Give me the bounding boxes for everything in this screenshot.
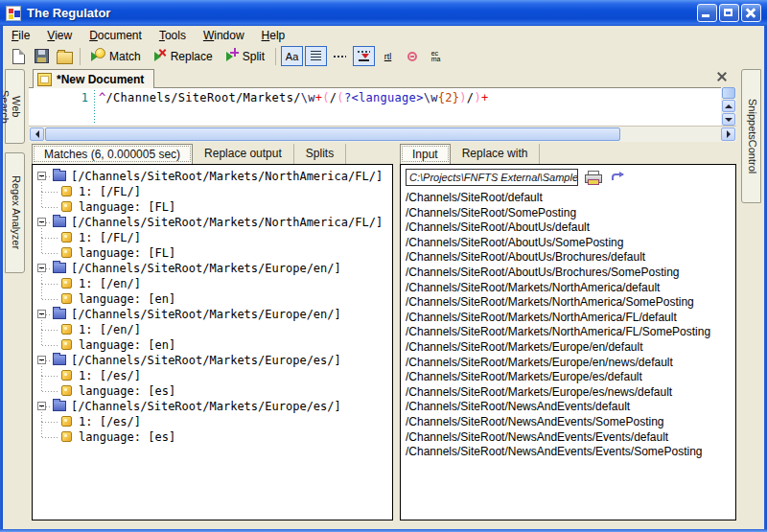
multiline-button[interactable] bbox=[305, 46, 327, 66]
capture-node[interactable]: language: [FL] bbox=[33, 245, 392, 261]
regex-editor[interactable]: 1 ^/Channels/SiteRoot/Markets/\w+(/(?<la… bbox=[29, 87, 721, 127]
capture-node[interactable]: language: [en] bbox=[33, 337, 392, 353]
input-line[interactable]: /Channels/SiteRoot/Markets/NorthAmerica/… bbox=[406, 311, 733, 326]
new-document-button[interactable] bbox=[8, 46, 29, 66]
input-line[interactable]: /Channels/SiteRoot/Markets/NorthAmerica/… bbox=[406, 295, 733, 311]
input-line[interactable]: /Channels/SiteRoot/NewsAndEvents/SomePos… bbox=[406, 415, 733, 430]
save-button[interactable] bbox=[31, 46, 52, 66]
menu-window[interactable]: Window bbox=[195, 27, 253, 44]
capture-node[interactable]: 1: [/es/] bbox=[33, 368, 392, 383]
match-node[interactable]: [/Channels/SiteRoot/Markets/Europe/en/] bbox=[33, 307, 392, 322]
singleline-button[interactable] bbox=[329, 46, 351, 66]
tab-replace-output[interactable]: Replace output bbox=[193, 144, 294, 164]
capture-tag-icon bbox=[61, 431, 72, 442]
scrollbar-thumb[interactable] bbox=[722, 87, 735, 99]
regex-expression[interactable]: ^/Channels/SiteRoot/Markets/\w+(/(?<lang… bbox=[99, 91, 488, 104]
input-line[interactable]: /Channels/SiteRoot/Markets/NorthAmerica/… bbox=[406, 325, 733, 340]
maximize-button[interactable] bbox=[719, 4, 739, 22]
scrollbar-thumb[interactable] bbox=[45, 127, 620, 141]
match-button[interactable]: Match bbox=[85, 46, 147, 66]
input-line[interactable]: /Channels/SiteRoot/SomePosting bbox=[406, 206, 733, 221]
input-line[interactable]: /Channels/SiteRoot/AboutUs/default bbox=[406, 220, 733, 236]
document-tab[interactable]: *New Document bbox=[33, 69, 154, 88]
scroll-left-icon[interactable] bbox=[30, 127, 44, 141]
editor-vertical-scrollbar[interactable] bbox=[721, 87, 736, 126]
input-line[interactable]: /Channels/SiteRoot/NewsAndEvents/Events/… bbox=[406, 430, 733, 446]
input-line[interactable]: /Channels/SiteRoot/AboutUs/Brochures/Som… bbox=[406, 266, 733, 281]
menu-document[interactable]: Document bbox=[81, 27, 151, 44]
ignore-case-button[interactable]: Aa bbox=[281, 46, 303, 66]
tab-snippets-control[interactable]: SnippetsControl bbox=[741, 69, 761, 203]
input-file-path[interactable]: C:\Projects\FNFTS External\Sample bbox=[406, 169, 578, 186]
input-line[interactable]: /Channels/SiteRoot/Markets/NorthAmerica/… bbox=[406, 281, 733, 296]
printer-icon[interactable] bbox=[585, 171, 601, 184]
close-document-icon[interactable] bbox=[715, 70, 729, 83]
folder-icon bbox=[53, 355, 66, 365]
match-node[interactable]: [/Channels/SiteRoot/Markets/Europe/es/] bbox=[33, 399, 392, 414]
ignore-whitespace-button[interactable] bbox=[401, 46, 423, 66]
scroll-up-icon[interactable] bbox=[722, 100, 735, 112]
input-line[interactable]: /Channels/SiteRoot/Markets/Europe/en/new… bbox=[406, 356, 733, 371]
menu-help[interactable]: Help bbox=[253, 27, 294, 44]
regex-options-group: Aartlec ma bbox=[280, 46, 448, 66]
split-button[interactable]: Split bbox=[221, 46, 270, 66]
capture-node[interactable]: language: [FL] bbox=[33, 199, 392, 215]
capture-tag-icon bbox=[61, 339, 72, 350]
replace-button[interactable]: Replace bbox=[149, 46, 219, 66]
open-button[interactable] bbox=[54, 46, 75, 66]
match-node[interactable]: [/Channels/SiteRoot/Markets/Europe/en/] bbox=[33, 261, 392, 276]
capture-label: 1: [/en/] bbox=[79, 323, 141, 336]
results-tabs: Matches (6, 0.000005 sec)Replace outputS… bbox=[32, 144, 346, 164]
match-node[interactable]: [/Channels/SiteRoot/Markets/NorthAmerica… bbox=[33, 215, 392, 230]
window-title: The Regulator bbox=[27, 6, 695, 20]
input-line[interactable]: /Channels/SiteRoot/Markets/Europe/en/def… bbox=[406, 340, 733, 356]
tab-splits[interactable]: Splits bbox=[294, 144, 346, 164]
input-line[interactable]: /Channels/SiteRoot/AboutUs/SomePosting bbox=[406, 236, 733, 251]
close-button[interactable] bbox=[741, 4, 761, 22]
input-line[interactable]: /Channels/SiteRoot/AboutUs/Brochures/def… bbox=[406, 250, 733, 266]
tab-replace-with[interactable]: Replace with bbox=[451, 144, 541, 164]
scroll-down-icon[interactable] bbox=[722, 113, 735, 126]
capture-tag-icon bbox=[61, 370, 72, 381]
capture-label: 1: [/en/] bbox=[79, 277, 141, 290]
capture-label: language: [FL] bbox=[79, 200, 175, 214]
input-line[interactable]: /Channels/SiteRoot/NewsAndEvents/default bbox=[406, 400, 733, 415]
capture-node[interactable]: 1: [/FL/] bbox=[33, 230, 392, 245]
tab-input[interactable]: Input bbox=[400, 144, 451, 164]
left-dock-strip: Web Search Regex Analyzer bbox=[3, 68, 29, 529]
tab-matches-sec[interactable]: Matches (6, 0.000005 sec) bbox=[32, 144, 193, 164]
match-node[interactable]: [/Channels/SiteRoot/Markets/NorthAmerica… bbox=[33, 169, 392, 184]
scroll-right-icon[interactable] bbox=[721, 127, 735, 141]
explicit-capture-button[interactable] bbox=[353, 46, 375, 66]
match-node[interactable]: [/Channels/SiteRoot/Markets/Europe/es/] bbox=[33, 353, 392, 368]
match-label: [/Channels/SiteRoot/Markets/NorthAmerica… bbox=[71, 216, 383, 229]
capture-node[interactable]: language: [es] bbox=[33, 383, 392, 399]
capture-node[interactable]: 1: [/FL/] bbox=[33, 184, 392, 199]
right-to-left-button[interactable]: rtl bbox=[377, 46, 399, 66]
undo-icon[interactable] bbox=[610, 172, 625, 183]
matches-tree[interactable]: [/Channels/SiteRoot/Markets/NorthAmerica… bbox=[33, 165, 392, 520]
input-line[interactable]: /Channels/SiteRoot/NewsAndEvents/Events/… bbox=[406, 445, 733, 460]
tab-web-search[interactable]: Web Search bbox=[5, 69, 25, 144]
capture-node[interactable]: 1: [/es/] bbox=[33, 414, 392, 429]
menu-file[interactable]: File bbox=[3, 27, 38, 44]
regex-segment: ( bbox=[337, 91, 344, 104]
input-line[interactable]: /Channels/SiteRoot/Markets/Europe/es/new… bbox=[406, 385, 733, 401]
capture-node[interactable]: language: [en] bbox=[33, 291, 392, 307]
menu-tools[interactable]: Tools bbox=[151, 27, 195, 44]
tab-regex-analyzer[interactable]: Regex Analyzer bbox=[5, 152, 25, 273]
document-icon bbox=[37, 73, 52, 86]
menu-view[interactable]: View bbox=[38, 27, 81, 44]
ecmascript-button[interactable]: ec ma bbox=[425, 46, 447, 66]
minimize-button[interactable] bbox=[697, 4, 717, 22]
capture-node[interactable]: 1: [/en/] bbox=[33, 276, 392, 291]
ignore-whitespace-icon bbox=[407, 52, 417, 61]
regex-segment: \w bbox=[424, 91, 438, 104]
capture-node[interactable]: language: [es] bbox=[33, 429, 392, 445]
input-text-list[interactable]: /Channels/SiteRoot/default/Channels/Site… bbox=[406, 191, 733, 518]
editor-horizontal-scrollbar[interactable] bbox=[29, 126, 736, 142]
input-line[interactable]: /Channels/SiteRoot/default bbox=[406, 191, 733, 206]
line-number: 1 bbox=[67, 91, 88, 104]
input-line[interactable]: /Channels/SiteRoot/Markets/Europe/es/def… bbox=[406, 370, 733, 385]
capture-node[interactable]: 1: [/en/] bbox=[33, 322, 392, 337]
